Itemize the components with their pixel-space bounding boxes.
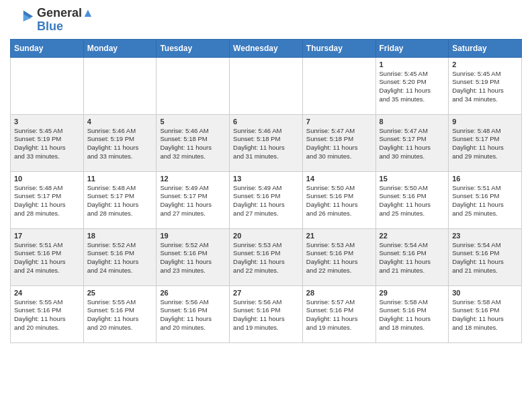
day-header: Tuesday — [157, 39, 230, 57]
calendar-cell: 25Sunrise: 5:55 AM Sunset: 5:16 PM Dayli… — [83, 285, 157, 342]
day-number: 14 — [306, 175, 372, 183]
calendar-cell: 26Sunrise: 5:56 AM Sunset: 5:16 PM Dayli… — [157, 285, 230, 342]
day-info: Sunrise: 5:45 AM Sunset: 5:19 PM Dayligh… — [452, 70, 518, 104]
calendar-week-row: 17Sunrise: 5:51 AM Sunset: 5:16 PM Dayli… — [11, 228, 522, 285]
day-number: 27 — [233, 289, 299, 297]
calendar-cell: 23Sunrise: 5:54 AM Sunset: 5:16 PM Dayli… — [449, 228, 522, 285]
logo-icon — [10, 8, 34, 32]
calendar-cell: 28Sunrise: 5:57 AM Sunset: 5:16 PM Dayli… — [302, 285, 375, 342]
day-info: Sunrise: 5:55 AM Sunset: 5:16 PM Dayligh… — [87, 298, 153, 332]
day-number: 6 — [233, 118, 299, 126]
day-info: Sunrise: 5:50 AM Sunset: 5:16 PM Dayligh… — [380, 184, 445, 218]
day-info: Sunrise: 5:53 AM Sunset: 5:16 PM Dayligh… — [306, 241, 372, 275]
day-header: Thursday — [302, 39, 375, 57]
day-header: Saturday — [449, 39, 522, 57]
day-number: 15 — [380, 175, 445, 183]
calendar-cell: 12Sunrise: 5:49 AM Sunset: 5:17 PM Dayli… — [157, 171, 230, 228]
calendar-cell: 6Sunrise: 5:46 AM Sunset: 5:18 PM Daylig… — [230, 114, 303, 171]
day-info: Sunrise: 5:46 AM Sunset: 5:18 PM Dayligh… — [233, 127, 299, 161]
day-info: Sunrise: 5:58 AM Sunset: 5:16 PM Dayligh… — [452, 298, 518, 332]
calendar-week-row: 24Sunrise: 5:55 AM Sunset: 5:16 PM Dayli… — [11, 285, 522, 342]
day-number: 2 — [452, 60, 518, 68]
day-info: Sunrise: 5:55 AM Sunset: 5:16 PM Dayligh… — [14, 298, 80, 332]
day-number: 23 — [452, 232, 518, 240]
day-number: 19 — [160, 232, 226, 240]
day-info: Sunrise: 5:56 AM Sunset: 5:16 PM Dayligh… — [160, 298, 226, 332]
calendar-cell: 9Sunrise: 5:48 AM Sunset: 5:17 PM Daylig… — [449, 114, 522, 171]
day-number: 30 — [452, 289, 518, 297]
day-number: 11 — [87, 175, 153, 183]
day-number: 7 — [306, 118, 372, 126]
day-info: Sunrise: 5:47 AM Sunset: 5:17 PM Dayligh… — [380, 127, 445, 161]
calendar-cell: 7Sunrise: 5:47 AM Sunset: 5:18 PM Daylig… — [302, 114, 375, 171]
day-number: 3 — [14, 118, 80, 126]
calendar-cell: 17Sunrise: 5:51 AM Sunset: 5:16 PM Dayli… — [11, 228, 84, 285]
day-number: 20 — [233, 232, 299, 240]
day-info: Sunrise: 5:49 AM Sunset: 5:17 PM Dayligh… — [160, 184, 226, 218]
calendar-cell: 14Sunrise: 5:50 AM Sunset: 5:16 PM Dayli… — [302, 171, 375, 228]
calendar-week-row: 3Sunrise: 5:45 AM Sunset: 5:19 PM Daylig… — [11, 114, 522, 171]
day-number: 8 — [380, 118, 445, 126]
day-info: Sunrise: 5:45 AM Sunset: 5:20 PM Dayligh… — [380, 70, 445, 104]
day-number: 28 — [306, 289, 372, 297]
calendar-cell: 24Sunrise: 5:55 AM Sunset: 5:16 PM Dayli… — [11, 285, 84, 342]
header: General▲ Blue — [10, 7, 522, 34]
day-number: 22 — [380, 232, 445, 240]
day-info: Sunrise: 5:45 AM Sunset: 5:19 PM Dayligh… — [14, 127, 80, 161]
day-info: Sunrise: 5:48 AM Sunset: 5:17 PM Dayligh… — [452, 127, 518, 161]
day-number: 12 — [160, 175, 226, 183]
day-info: Sunrise: 5:58 AM Sunset: 5:16 PM Dayligh… — [380, 298, 445, 332]
calendar-cell: 4Sunrise: 5:46 AM Sunset: 5:19 PM Daylig… — [83, 114, 157, 171]
day-number: 16 — [452, 175, 518, 183]
day-info: Sunrise: 5:49 AM Sunset: 5:16 PM Dayligh… — [233, 184, 299, 218]
calendar-cell — [157, 57, 230, 114]
day-info: Sunrise: 5:53 AM Sunset: 5:16 PM Dayligh… — [233, 241, 299, 275]
day-info: Sunrise: 5:52 AM Sunset: 5:16 PM Dayligh… — [160, 241, 226, 275]
calendar-cell: 10Sunrise: 5:48 AM Sunset: 5:17 PM Dayli… — [11, 171, 84, 228]
calendar-cell: 22Sunrise: 5:54 AM Sunset: 5:16 PM Dayli… — [375, 228, 449, 285]
logo-text: General▲ Blue — [37, 7, 94, 34]
day-header: Monday — [83, 39, 157, 57]
calendar-cell: 16Sunrise: 5:51 AM Sunset: 5:16 PM Dayli… — [449, 171, 522, 228]
calendar-cell: 13Sunrise: 5:49 AM Sunset: 5:16 PM Dayli… — [230, 171, 303, 228]
page: General▲ Blue SundayMondayTuesdayWednesd… — [0, 0, 532, 353]
day-info: Sunrise: 5:46 AM Sunset: 5:19 PM Dayligh… — [87, 127, 153, 161]
day-number: 13 — [233, 175, 299, 183]
calendar-week-row: 1Sunrise: 5:45 AM Sunset: 5:20 PM Daylig… — [11, 57, 522, 114]
day-info: Sunrise: 5:57 AM Sunset: 5:16 PM Dayligh… — [306, 298, 372, 332]
day-number: 9 — [452, 118, 518, 126]
calendar-cell: 15Sunrise: 5:50 AM Sunset: 5:16 PM Dayli… — [375, 171, 449, 228]
calendar-cell: 18Sunrise: 5:52 AM Sunset: 5:16 PM Dayli… — [83, 228, 157, 285]
day-info: Sunrise: 5:54 AM Sunset: 5:16 PM Dayligh… — [452, 241, 518, 275]
logo: General▲ Blue — [10, 7, 94, 34]
day-header: Sunday — [11, 39, 84, 57]
calendar-cell: 8Sunrise: 5:47 AM Sunset: 5:17 PM Daylig… — [375, 114, 449, 171]
day-number: 10 — [14, 175, 80, 183]
calendar-cell: 27Sunrise: 5:56 AM Sunset: 5:16 PM Dayli… — [230, 285, 303, 342]
day-info: Sunrise: 5:48 AM Sunset: 5:17 PM Dayligh… — [87, 184, 153, 218]
day-number: 24 — [14, 289, 80, 297]
calendar-cell: 19Sunrise: 5:52 AM Sunset: 5:16 PM Dayli… — [157, 228, 230, 285]
calendar-table: SundayMondayTuesdayWednesdayThursdayFrid… — [10, 39, 522, 343]
day-number: 1 — [380, 60, 445, 68]
calendar-cell: 20Sunrise: 5:53 AM Sunset: 5:16 PM Dayli… — [230, 228, 303, 285]
day-header: Wednesday — [230, 39, 303, 57]
svg-rect-0 — [10, 8, 34, 32]
day-number: 4 — [87, 118, 153, 126]
calendar-cell — [230, 57, 303, 114]
calendar-cell: 2Sunrise: 5:45 AM Sunset: 5:19 PM Daylig… — [449, 57, 522, 114]
calendar-cell: 21Sunrise: 5:53 AM Sunset: 5:16 PM Dayli… — [302, 228, 375, 285]
day-info: Sunrise: 5:50 AM Sunset: 5:16 PM Dayligh… — [306, 184, 372, 218]
calendar-cell: 5Sunrise: 5:46 AM Sunset: 5:18 PM Daylig… — [157, 114, 230, 171]
day-header: Friday — [375, 39, 449, 57]
day-info: Sunrise: 5:51 AM Sunset: 5:16 PM Dayligh… — [452, 184, 518, 218]
calendar-cell: 3Sunrise: 5:45 AM Sunset: 5:19 PM Daylig… — [11, 114, 84, 171]
calendar-week-row: 10Sunrise: 5:48 AM Sunset: 5:17 PM Dayli… — [11, 171, 522, 228]
day-info: Sunrise: 5:47 AM Sunset: 5:18 PM Dayligh… — [306, 127, 372, 161]
day-number: 25 — [87, 289, 153, 297]
calendar-cell — [83, 57, 157, 114]
day-info: Sunrise: 5:51 AM Sunset: 5:16 PM Dayligh… — [14, 241, 80, 275]
day-number: 5 — [160, 118, 226, 126]
calendar-cell — [11, 57, 84, 114]
day-number: 26 — [160, 289, 226, 297]
